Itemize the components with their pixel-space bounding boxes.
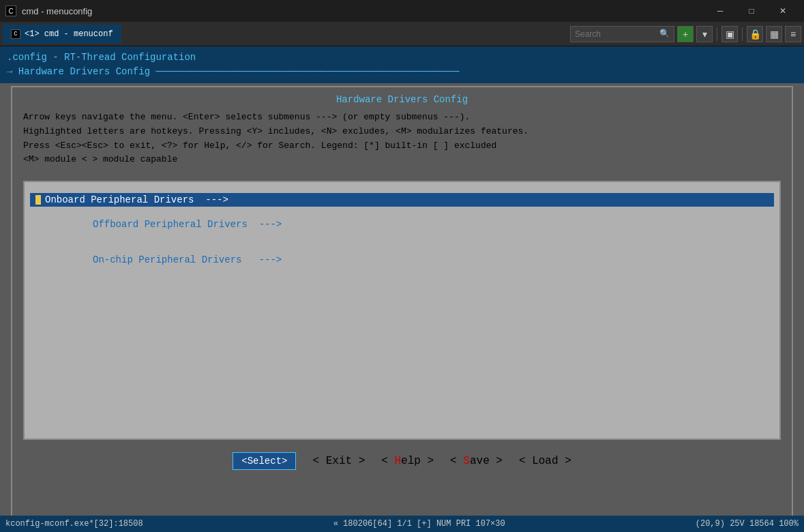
breadcrumb-line1: .config - RT-Thread Configuration (7, 50, 797, 65)
window-controls: ─ □ ✕ (704, 0, 799, 22)
terminal-content: .config - RT-Thread Configuration → Hard… (0, 46, 804, 532)
outer-panel: Hardware Drivers Config Arrow keys navig… (11, 86, 793, 518)
dropdown-button[interactable]: ▾ (696, 26, 713, 42)
panel-title: Hardware Drivers Config (23, 94, 781, 105)
close-button[interactable]: ✕ (767, 0, 799, 22)
main-window: C cmd - menuconfig ─ □ ✕ C <1> cmd - men… (0, 0, 804, 532)
minimize-button[interactable]: ─ (704, 0, 736, 22)
toolbar-divider2 (742, 27, 743, 41)
search-input[interactable] (575, 29, 657, 39)
status-center: « 180206[64] 1/1 [+] NUM PRI 107×30 (333, 519, 505, 529)
menu-list: Onboard Peripheral Drivers ---> Offboard… (23, 181, 781, 440)
breadcrumb-line2: → Hardware Drivers Config ──────────────… (7, 65, 797, 79)
load-button[interactable]: < Load > (519, 455, 571, 467)
help-button[interactable]: < Help > (381, 455, 434, 467)
status-right: (20,9) 25V 18564 100% (696, 519, 799, 529)
title-bar: C cmd - menuconfig ─ □ ✕ (0, 0, 804, 22)
select-button[interactable]: <Select> (233, 452, 296, 470)
help-hotkey: H (394, 455, 401, 467)
lock-button[interactable]: 🔒 (747, 26, 763, 42)
toolbar-divider (717, 27, 717, 41)
window-title: cmd - menuconfig (22, 6, 704, 16)
status-left: kconfig-mconf.exe*[32]:18508 (5, 519, 143, 529)
search-icon: 🔍 (659, 29, 670, 39)
menu-item-onboard[interactable]: Onboard Peripheral Drivers ---> (30, 193, 774, 207)
grid-button[interactable]: ▦ (766, 26, 782, 42)
menu-item-label: On-chip Peripheral Drivers ---> (93, 254, 282, 265)
tab-bar-right: 🔍 + ▾ ▣ 🔒 ▦ ≡ (570, 26, 801, 42)
help-line3: Press <Esc><Esc> to exit, <?> for Help, … (23, 139, 781, 153)
status-bar: kconfig-mconf.exe*[32]:18508 « 180206[64… (0, 516, 804, 532)
panel-header: Hardware Drivers Config Arrow keys navig… (12, 87, 792, 175)
bottom-bar: <Select> < Exit > < Help > < Save > < Lo… (23, 445, 781, 481)
save-hotkey: S (463, 455, 470, 467)
maximize-button[interactable]: □ (736, 0, 767, 22)
save-button[interactable]: < Save > (450, 455, 503, 467)
help-line4: <M> module < > module capable (23, 153, 781, 167)
help-line1: Arrow keys navigate the menu. <Enter> se… (23, 110, 781, 125)
menu-item-label: Onboard Peripheral Drivers ---> (45, 194, 228, 205)
add-button[interactable]: + (677, 26, 694, 42)
window-icon: C (5, 5, 16, 16)
tab-bar: C <1> cmd - menuconf 🔍 + ▾ ▣ 🔒 ▦ ≡ (0, 22, 804, 46)
help-line2: Highlighted letters are hotkeys. Pressin… (23, 125, 781, 139)
exit-button[interactable]: < Exit > (312, 455, 365, 467)
selection-marker (35, 195, 41, 205)
monitor-button[interactable]: ▣ (721, 26, 738, 42)
tab-icon: C (11, 29, 20, 39)
help-text: Arrow keys navigate the menu. <Enter> se… (23, 110, 781, 167)
search-box: 🔍 (570, 26, 674, 42)
terminal-area: .config - RT-Thread Configuration → Hard… (0, 46, 804, 83)
tab-label: <1> cmd - menuconf (25, 29, 113, 39)
menu-item-onchip[interactable]: On-chip Peripheral Drivers ---> (30, 242, 774, 278)
menu-item-label: Offboard Peripheral Drivers ---> (93, 219, 282, 230)
tab-cmd-menuconf[interactable]: C <1> cmd - menuconf (3, 25, 121, 44)
menu-button[interactable]: ≡ (785, 26, 801, 42)
menu-item-offboard[interactable]: Offboard Peripheral Drivers ---> (30, 207, 774, 242)
